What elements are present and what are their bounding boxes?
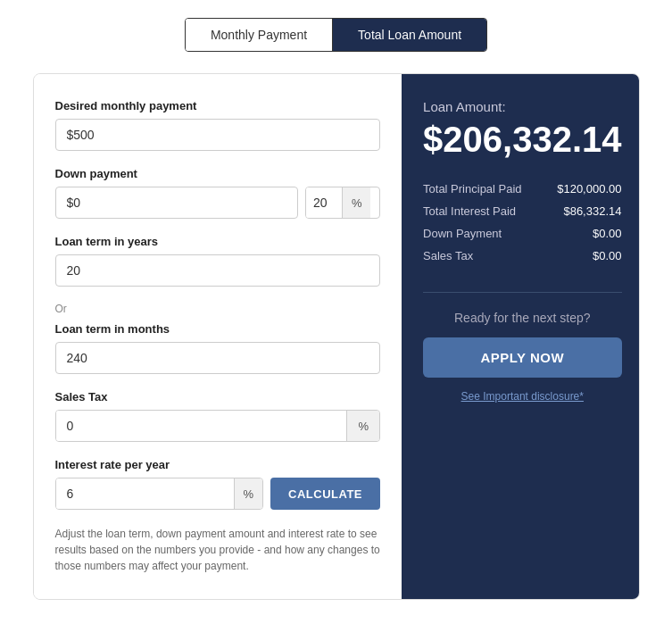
sales-tax-input[interactable] xyxy=(56,411,347,441)
down-payment-pct-wrapper: % xyxy=(305,187,380,219)
interest-rate-input-wrapper: % xyxy=(55,478,264,510)
tab-switcher: Monthly Payment Total Loan Amount xyxy=(185,18,487,52)
down-payment-input[interactable] xyxy=(55,187,298,219)
monthly-payment-field-group: Desired monthly payment xyxy=(55,99,381,151)
loan-term-years-field-group: Loan term in years xyxy=(55,235,381,287)
loan-amount-label: Loan Amount: xyxy=(423,99,621,114)
down-payment-field-group: Down payment % xyxy=(55,167,381,219)
calculator-card: Desired monthly payment Down payment % L… xyxy=(33,73,640,600)
breakdown-label: Down Payment xyxy=(423,227,502,240)
helper-text: Adjust the loan term, down payment amoun… xyxy=(55,526,381,574)
breakdown-row: Down Payment$0.00 xyxy=(423,222,621,245)
loan-term-years-label: Loan term in years xyxy=(55,235,381,248)
breakdown-row: Sales Tax$0.00 xyxy=(423,245,621,267)
calculate-button[interactable]: CALCULATE xyxy=(270,478,380,510)
interest-rate-label: Interest rate per year xyxy=(55,458,381,471)
loan-term-months-field-group: Loan term in months xyxy=(55,322,381,374)
divider xyxy=(423,292,621,293)
right-panel: Loan Amount: $206,332.14 Total Principal… xyxy=(402,74,639,599)
down-payment-row: % xyxy=(55,187,381,219)
breakdown-value: $0.00 xyxy=(593,249,622,262)
down-payment-label: Down payment xyxy=(55,167,381,180)
monthly-payment-label: Desired monthly payment xyxy=(55,99,381,112)
interest-rate-field-group: Interest rate per year % CALCULATE xyxy=(55,458,381,510)
sales-tax-input-wrapper: % xyxy=(55,410,381,442)
loan-amount-value: $206,332.14 xyxy=(423,120,621,160)
breakdown-table: Total Principal Paid$120,000.00Total Int… xyxy=(423,178,621,267)
loan-term-months-input[interactable] xyxy=(55,342,381,374)
interest-rate-row: % CALCULATE xyxy=(55,478,381,510)
down-payment-pct-input[interactable] xyxy=(306,187,342,218)
apply-now-button[interactable]: APPLY NOW xyxy=(423,337,621,378)
breakdown-value: $86,332.14 xyxy=(563,204,621,218)
loan-term-months-label: Loan term in months xyxy=(55,322,381,336)
next-step-label: Ready for the next step? xyxy=(423,311,621,325)
breakdown-label: Total Principal Paid xyxy=(423,182,522,196)
loan-term-years-input[interactable] xyxy=(55,254,381,287)
disclosure-link[interactable]: See Important disclosure* xyxy=(423,390,621,403)
or-label: Or xyxy=(55,303,381,315)
interest-rate-symbol: % xyxy=(234,478,263,509)
breakdown-value: $120,000.00 xyxy=(557,182,621,196)
breakdown-label: Total Interest Paid xyxy=(423,204,516,218)
interest-rate-input[interactable] xyxy=(56,478,234,509)
down-payment-pct-symbol: % xyxy=(342,187,371,218)
sales-tax-symbol: % xyxy=(346,411,379,441)
breakdown-label: Sales Tax xyxy=(423,249,473,262)
left-panel: Desired monthly payment Down payment % L… xyxy=(34,74,402,599)
monthly-payment-input[interactable] xyxy=(55,119,381,151)
breakdown-row: Total Interest Paid$86,332.14 xyxy=(423,200,621,222)
sales-tax-field-group: Sales Tax % xyxy=(55,390,381,442)
breakdown-value: $0.00 xyxy=(593,227,622,240)
tab-total-loan-amount[interactable]: Total Loan Amount xyxy=(333,19,486,51)
sales-tax-label: Sales Tax xyxy=(55,390,381,404)
breakdown-row: Total Principal Paid$120,000.00 xyxy=(423,178,621,200)
tab-monthly-payment[interactable]: Monthly Payment xyxy=(186,19,333,51)
